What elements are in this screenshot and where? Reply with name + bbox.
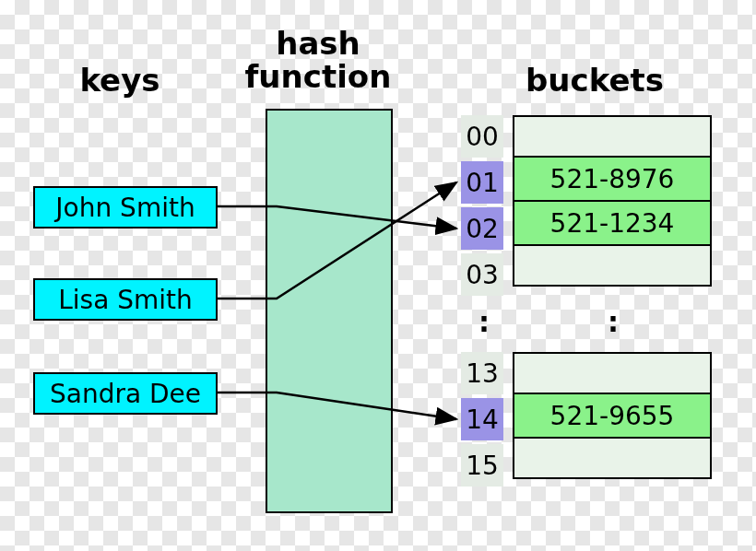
- arrow-layer: [0, 0, 756, 551]
- mapping-arrow: [216, 182, 456, 299]
- mapping-arrow: [216, 206, 456, 229]
- mapping-arrow: [216, 393, 456, 419]
